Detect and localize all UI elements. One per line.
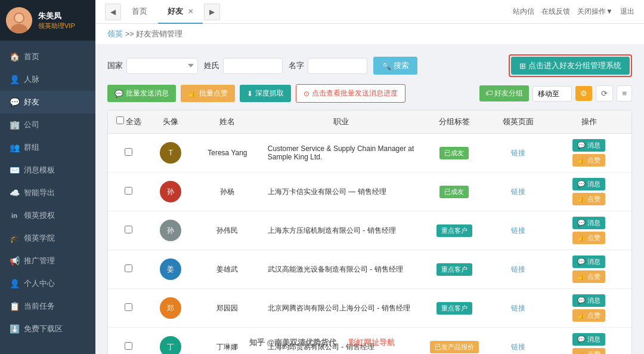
- sidebar-item-messages[interactable]: ✉️ 消息模板: [0, 159, 95, 181]
- col-action: 操作: [546, 110, 631, 134]
- message-button[interactable]: 💬 消息: [572, 139, 605, 152]
- sidebar-item-promotion[interactable]: 📢 推广管理: [0, 250, 95, 272]
- row-avatar: 姜: [160, 258, 181, 280]
- row-checkbox[interactable]: [125, 226, 132, 233]
- row-operations: 💬 消息👍 点赞: [551, 255, 627, 284]
- topbar-feedback[interactable]: 在线反馈: [541, 7, 570, 17]
- col-tag: 分组标签: [419, 110, 490, 134]
- sidebar-item-tasks[interactable]: 📋 当前任务: [0, 295, 95, 318]
- sidebar-item-linkedin-auth[interactable]: in 领英授权: [0, 204, 95, 227]
- row-checkbox[interactable]: [125, 187, 132, 195]
- row-page-link[interactable]: 链接: [511, 304, 525, 312]
- row-tag: 已发产品报价: [430, 341, 479, 353]
- row-page-link[interactable]: 链接: [511, 149, 525, 157]
- sidebar-label-promotion: 推广管理: [24, 256, 55, 266]
- table-row: 孙孙伟民上海东方压缩机制造有限公司 - 销售经理重点客户链接💬 消息👍 点赞: [108, 211, 631, 250]
- sidebar-item-academy[interactable]: 🎓 领英学院: [0, 227, 95, 250]
- like-button[interactable]: 👍 点赞: [572, 154, 605, 167]
- nav-next-button[interactable]: ▶: [204, 4, 220, 20]
- row-checkbox[interactable]: [125, 264, 132, 272]
- row-page-link[interactable]: 链接: [511, 187, 525, 196]
- sidebar-item-profile[interactable]: 👤 个人中心: [0, 272, 95, 295]
- message-button[interactable]: 💬 消息: [572, 333, 605, 346]
- row-checkbox[interactable]: [125, 342, 132, 350]
- like-button[interactable]: 👍 点赞: [572, 348, 605, 354]
- search-button[interactable]: 🔍 搜索: [373, 57, 417, 75]
- sidebar-nav: 🏠 首页 👤 人脉 💬 好友 🏢 公司 👥 群组 ✉️ 消息模板: [0, 41, 95, 354]
- friend-group-button[interactable]: 🏷 好友分组: [479, 85, 529, 101]
- sidebar-label-friends: 好友: [24, 97, 39, 107]
- sidebar-item-groups[interactable]: 👥 群组: [0, 136, 95, 159]
- refresh-button[interactable]: ⟳: [596, 85, 613, 101]
- lastname-input[interactable]: [223, 58, 283, 74]
- sidebar-item-home[interactable]: 🏠 首页: [0, 45, 95, 68]
- row-avatar: 孙: [160, 181, 181, 202]
- move-to-select[interactable]: 移动至: [532, 86, 572, 101]
- bulk-like-button[interactable]: 👍 批量点赞: [181, 85, 235, 102]
- message-button[interactable]: 💬 消息: [572, 217, 605, 229]
- tab-friends[interactable]: 好友 ✕: [158, 0, 203, 24]
- svg-point-3: [15, 14, 23, 22]
- message-button[interactable]: 💬 消息: [572, 294, 605, 307]
- sidebar-label-download: 免费下载区: [24, 324, 63, 334]
- firstname-input[interactable]: [308, 58, 367, 74]
- row-job: 上海昀郎贸易有限公司 - 销售经理: [263, 328, 419, 355]
- table-row: 孙孙杨上海万卡信实业有限公司 — 销售经理已成友链接💬 消息👍 点赞: [108, 173, 631, 211]
- tasks-icon: 📋: [10, 301, 19, 311]
- system-btn-highlight: ⊞ 点击进入好友分组管理系统: [509, 54, 632, 77]
- sidebar-label-smart-export: 智能导出: [24, 187, 55, 198]
- topbar-internal-mail[interactable]: 站内信: [513, 7, 534, 17]
- groups-icon: 👥: [10, 143, 19, 152]
- action-right: 🏷 好友分组 移动至 ⚙ ⟳ ≡: [479, 85, 632, 101]
- tab-home[interactable]: 首页: [122, 0, 157, 24]
- system-button[interactable]: ⊞ 点击进入好友分组管理系统: [511, 57, 630, 75]
- country-select[interactable]: [126, 58, 198, 74]
- country-label: 国家: [107, 60, 123, 71]
- sidebar-item-company[interactable]: 🏢 公司: [0, 113, 95, 136]
- avatar: [6, 7, 32, 33]
- row-avatar: 郑: [160, 297, 181, 319]
- sidebar-label-groups: 群组: [24, 142, 39, 153]
- row-name: 孙伟民: [192, 211, 263, 250]
- bulk-message-button[interactable]: 💬 批量发送消息: [107, 85, 176, 102]
- list-view-button[interactable]: ≡: [617, 85, 632, 101]
- check-progress-button[interactable]: ⊙ 点击查看批量发送消息进度: [296, 84, 405, 103]
- message-button[interactable]: 💬 消息: [572, 256, 605, 268]
- row-page-link[interactable]: 链接: [511, 343, 525, 351]
- topbar-close-ops[interactable]: 关闭操作▼: [577, 7, 613, 17]
- topbar-logout[interactable]: 退出: [620, 7, 634, 17]
- like-button[interactable]: 👍 点赞: [572, 193, 605, 205]
- breadcrumb-root[interactable]: 领英: [107, 29, 123, 38]
- row-job: 武汉高能激光设备制造有限公司 - 销售经理: [263, 250, 419, 289]
- select-all-checkbox[interactable]: [116, 116, 124, 124]
- sidebar: 朱美凤 领英助理VIP 🏠 首页 👤 人脉 💬 好友 🏢 公司 👥: [0, 0, 95, 354]
- deep-fetch-button[interactable]: ⬇ 深度抓取: [240, 85, 291, 102]
- like-button[interactable]: 👍 点赞: [572, 270, 605, 283]
- row-name: 姜雄武: [192, 250, 263, 289]
- sidebar-item-smart-export[interactable]: ☁️ 智能导出: [0, 181, 95, 204]
- breadcrumb: 领英 >> 好友营销管理: [95, 24, 644, 45]
- home-icon: 🏠: [10, 52, 19, 61]
- bulk-like-label: 批量点赞: [199, 88, 228, 98]
- like-button[interactable]: 👍 点赞: [572, 232, 605, 244]
- row-page-link[interactable]: 链接: [511, 265, 525, 273]
- row-page-link[interactable]: 链接: [511, 226, 525, 235]
- sidebar-label-academy: 领英学院: [24, 233, 55, 244]
- row-checkbox[interactable]: [125, 148, 132, 156]
- row-checkbox[interactable]: [125, 303, 132, 311]
- company-icon: 🏢: [10, 120, 19, 130]
- deep-fetch-label: 深度抓取: [255, 88, 284, 98]
- sidebar-label-company: 公司: [24, 119, 39, 130]
- friend-group-icon: 🏷: [485, 89, 493, 97]
- sidebar-item-contacts[interactable]: 👤 人脉: [0, 68, 95, 91]
- message-button[interactable]: 💬 消息: [572, 178, 605, 190]
- row-avatar: 丁: [160, 336, 181, 354]
- lastname-label: 姓氏: [204, 60, 219, 71]
- sidebar-item-friends[interactable]: 💬 好友: [0, 91, 95, 113]
- like-button[interactable]: 👍 点赞: [572, 309, 605, 322]
- tab-close-icon[interactable]: ✕: [188, 8, 193, 15]
- sidebar-label-profile: 个人中心: [24, 278, 55, 289]
- sidebar-item-download[interactable]: ⬇️ 免费下载区: [0, 318, 95, 340]
- nav-prev-button[interactable]: ◀: [105, 4, 121, 20]
- gear-button[interactable]: ⚙: [575, 86, 592, 101]
